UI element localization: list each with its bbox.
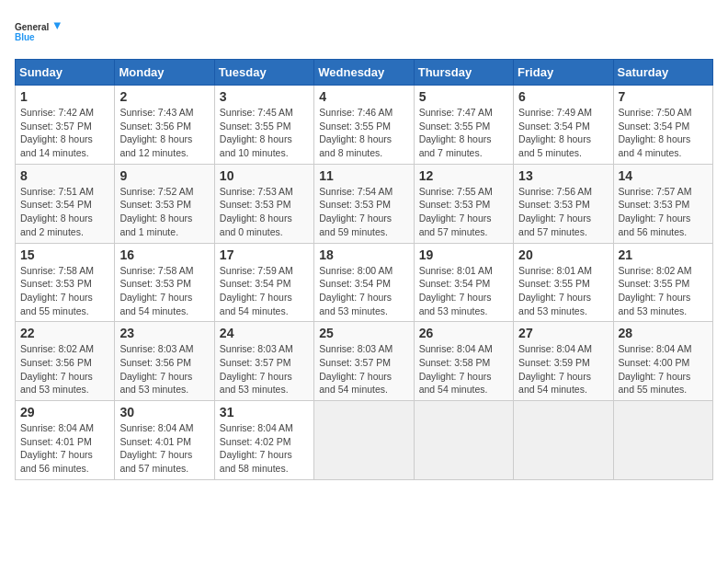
day-detail: Sunrise: 8:02 AMSunset: 3:55 PMDaylight:… <box>619 264 708 318</box>
day-number: 1 <box>20 89 109 104</box>
day-number: 18 <box>319 247 408 262</box>
day-number: 25 <box>319 326 408 340</box>
days-header-row: SundayMondayTuesdayWednesdayThursdayFrid… <box>16 60 713 86</box>
day-number: 4 <box>319 89 408 104</box>
day-number: 27 <box>518 326 608 340</box>
day-detail: Sunrise: 7:57 AMSunset: 3:53 PMDaylight:… <box>619 185 708 239</box>
col-header-saturday: Saturday <box>613 60 712 86</box>
col-header-wednesday: Wednesday <box>314 60 414 86</box>
day-cell: 16 Sunrise: 7:58 AMSunset: 3:53 PMDaylig… <box>115 243 214 322</box>
day-number: 2 <box>119 89 209 104</box>
logo: General Blue <box>15 15 61 52</box>
day-number: 14 <box>619 168 708 183</box>
day-number: 6 <box>518 89 608 104</box>
day-cell: 14 Sunrise: 7:57 AMSunset: 3:53 PMDaylig… <box>613 164 712 243</box>
day-cell: 18 Sunrise: 8:00 AMSunset: 3:54 PMDaylig… <box>314 243 414 322</box>
day-number: 22 <box>20 326 109 340</box>
day-number: 9 <box>119 168 209 183</box>
week-row-1: 1 Sunrise: 7:42 AMSunset: 3:57 PMDayligh… <box>16 86 713 165</box>
logo-svg: General Blue <box>15 15 61 52</box>
col-header-tuesday: Tuesday <box>214 60 313 86</box>
day-detail: Sunrise: 8:04 AMSunset: 3:58 PMDaylight:… <box>419 342 508 396</box>
svg-text:General: General <box>15 22 49 32</box>
week-row-4: 22 Sunrise: 8:02 AMSunset: 3:56 PMDaylig… <box>16 322 713 401</box>
day-detail: Sunrise: 7:56 AMSunset: 3:53 PMDaylight:… <box>518 185 608 239</box>
day-cell: 4 Sunrise: 7:46 AMSunset: 3:55 PMDayligh… <box>314 86 414 165</box>
day-detail: Sunrise: 7:53 AMSunset: 3:53 PMDaylight:… <box>220 185 309 239</box>
day-number: 26 <box>419 326 508 340</box>
day-number: 16 <box>119 247 209 262</box>
day-detail: Sunrise: 7:47 AMSunset: 3:55 PMDaylight:… <box>419 106 508 160</box>
header: General Blue <box>15 15 713 52</box>
day-cell: 26 Sunrise: 8:04 AMSunset: 3:58 PMDaylig… <box>414 322 513 401</box>
svg-marker-2 <box>54 22 62 29</box>
day-cell: 22 Sunrise: 8:02 AMSunset: 3:56 PMDaylig… <box>16 322 115 401</box>
day-cell <box>314 401 414 480</box>
day-cell: 7 Sunrise: 7:50 AMSunset: 3:54 PMDayligh… <box>613 86 712 165</box>
day-number: 11 <box>319 168 408 183</box>
day-cell: 19 Sunrise: 8:01 AMSunset: 3:54 PMDaylig… <box>414 243 513 322</box>
col-header-friday: Friday <box>514 60 613 86</box>
day-detail: Sunrise: 8:03 AMSunset: 3:57 PMDaylight:… <box>319 342 408 396</box>
day-cell: 31 Sunrise: 8:04 AMSunset: 4:02 PMDaylig… <box>214 401 313 480</box>
day-cell: 24 Sunrise: 8:03 AMSunset: 3:57 PMDaylig… <box>214 322 313 401</box>
day-detail: Sunrise: 7:51 AMSunset: 3:54 PMDaylight:… <box>20 185 109 239</box>
day-detail: Sunrise: 8:04 AMSunset: 3:59 PMDaylight:… <box>518 342 608 396</box>
day-cell: 12 Sunrise: 7:55 AMSunset: 3:53 PMDaylig… <box>414 164 513 243</box>
day-detail: Sunrise: 8:01 AMSunset: 3:54 PMDaylight:… <box>419 264 508 318</box>
day-cell: 6 Sunrise: 7:49 AMSunset: 3:54 PMDayligh… <box>514 86 613 165</box>
day-detail: Sunrise: 8:04 AMSunset: 4:02 PMDaylight:… <box>220 421 309 476</box>
day-number: 8 <box>20 168 109 183</box>
day-detail: Sunrise: 7:55 AMSunset: 3:53 PMDaylight:… <box>419 185 508 239</box>
day-number: 21 <box>619 247 708 262</box>
svg-text:Blue: Blue <box>15 32 35 42</box>
day-cell: 15 Sunrise: 7:58 AMSunset: 3:53 PMDaylig… <box>16 243 115 322</box>
day-number: 12 <box>419 168 508 183</box>
day-detail: Sunrise: 8:00 AMSunset: 3:54 PMDaylight:… <box>319 264 408 318</box>
week-row-3: 15 Sunrise: 7:58 AMSunset: 3:53 PMDaylig… <box>16 243 713 322</box>
day-detail: Sunrise: 7:58 AMSunset: 3:53 PMDaylight:… <box>119 264 209 318</box>
day-number: 30 <box>119 405 209 419</box>
day-detail: Sunrise: 7:59 AMSunset: 3:54 PMDaylight:… <box>220 264 309 318</box>
day-detail: Sunrise: 8:03 AMSunset: 3:57 PMDaylight:… <box>220 342 309 396</box>
day-cell: 9 Sunrise: 7:52 AMSunset: 3:53 PMDayligh… <box>115 164 214 243</box>
day-number: 13 <box>518 168 608 183</box>
day-number: 5 <box>419 89 508 104</box>
day-cell: 8 Sunrise: 7:51 AMSunset: 3:54 PMDayligh… <box>16 164 115 243</box>
day-cell: 29 Sunrise: 8:04 AMSunset: 4:01 PMDaylig… <box>16 401 115 480</box>
day-number: 31 <box>220 405 309 419</box>
day-cell: 13 Sunrise: 7:56 AMSunset: 3:53 PMDaylig… <box>514 164 613 243</box>
day-number: 20 <box>518 247 608 262</box>
day-cell: 25 Sunrise: 8:03 AMSunset: 3:57 PMDaylig… <box>314 322 414 401</box>
day-detail: Sunrise: 7:43 AMSunset: 3:56 PMDaylight:… <box>119 106 209 160</box>
day-number: 24 <box>220 326 309 340</box>
day-cell: 10 Sunrise: 7:53 AMSunset: 3:53 PMDaylig… <box>214 164 313 243</box>
day-cell: 21 Sunrise: 8:02 AMSunset: 3:55 PMDaylig… <box>613 243 712 322</box>
day-detail: Sunrise: 8:04 AMSunset: 4:01 PMDaylight:… <box>20 421 109 476</box>
week-row-5: 29 Sunrise: 8:04 AMSunset: 4:01 PMDaylig… <box>16 401 713 480</box>
col-header-sunday: Sunday <box>16 60 115 86</box>
calendar-table: SundayMondayTuesdayWednesdayThursdayFrid… <box>15 59 713 480</box>
day-detail: Sunrise: 7:46 AMSunset: 3:55 PMDaylight:… <box>319 106 408 160</box>
day-number: 17 <box>220 247 309 262</box>
day-cell: 23 Sunrise: 8:03 AMSunset: 3:56 PMDaylig… <box>115 322 214 401</box>
day-cell <box>414 401 513 480</box>
day-detail: Sunrise: 8:04 AMSunset: 4:01 PMDaylight:… <box>119 421 209 476</box>
day-detail: Sunrise: 7:49 AMSunset: 3:54 PMDaylight:… <box>518 106 608 160</box>
day-detail: Sunrise: 7:58 AMSunset: 3:53 PMDaylight:… <box>20 264 109 318</box>
day-detail: Sunrise: 7:50 AMSunset: 3:54 PMDaylight:… <box>619 106 708 160</box>
day-cell: 20 Sunrise: 8:01 AMSunset: 3:55 PMDaylig… <box>514 243 613 322</box>
day-cell: 5 Sunrise: 7:47 AMSunset: 3:55 PMDayligh… <box>414 86 513 165</box>
day-detail: Sunrise: 8:04 AMSunset: 4:00 PMDaylight:… <box>619 342 708 396</box>
day-number: 3 <box>220 89 309 104</box>
day-detail: Sunrise: 7:42 AMSunset: 3:57 PMDaylight:… <box>20 106 109 160</box>
day-cell <box>514 401 613 480</box>
day-detail: Sunrise: 7:45 AMSunset: 3:55 PMDaylight:… <box>220 106 309 160</box>
day-cell: 11 Sunrise: 7:54 AMSunset: 3:53 PMDaylig… <box>314 164 414 243</box>
day-number: 28 <box>619 326 708 340</box>
day-cell: 2 Sunrise: 7:43 AMSunset: 3:56 PMDayligh… <box>115 86 214 165</box>
day-detail: Sunrise: 8:03 AMSunset: 3:56 PMDaylight:… <box>119 342 209 396</box>
day-number: 7 <box>619 89 708 104</box>
day-number: 10 <box>220 168 309 183</box>
day-cell: 3 Sunrise: 7:45 AMSunset: 3:55 PMDayligh… <box>214 86 313 165</box>
